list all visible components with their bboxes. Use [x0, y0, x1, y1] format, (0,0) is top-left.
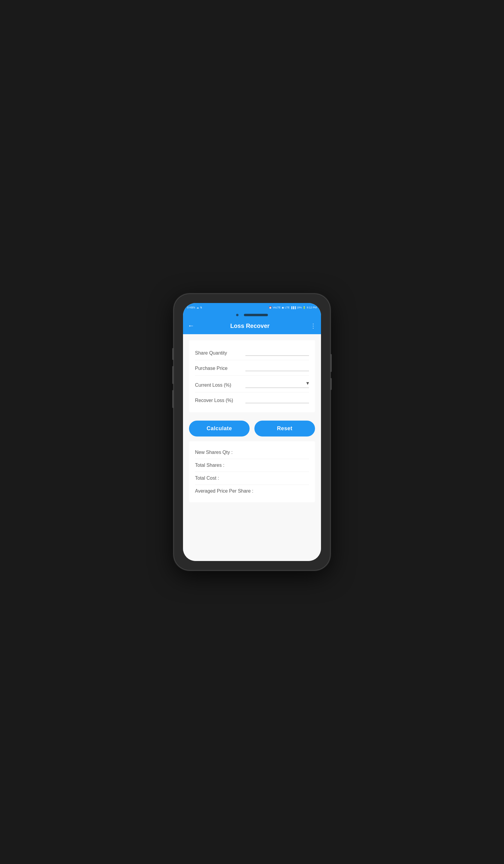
time-display: 9:12 PM — [307, 306, 317, 309]
avg-price-label: Averaged Price Per Share : — [195, 488, 253, 493]
recover-loss-input-wrap — [245, 397, 309, 403]
share-quantity-row: Share Quantity — [195, 345, 309, 360]
battery-level: 19% — [296, 306, 302, 309]
new-shares-qty-label: New Shares Qty : — [195, 450, 232, 455]
alarm-icon: ⏰ — [269, 306, 272, 309]
calculate-button[interactable]: Calculate — [189, 421, 250, 436]
volte-label: VoLTE — [273, 306, 280, 309]
share-quantity-input-wrap — [245, 349, 309, 356]
notch-area — [183, 312, 321, 317]
volume-up-button — [172, 348, 174, 360]
power-button — [172, 390, 174, 408]
results-section: New Shares Qty : Total Shares : Total Co… — [189, 441, 315, 502]
status-bar: 0 KB/s ☁ ⇅ ⏰ VoLTE ▣ LTE ▐▐▐ 19% 🔋 9:12 … — [183, 303, 321, 312]
new-shares-qty-row: New Shares Qty : — [195, 446, 309, 459]
total-cost-row: Total Cost : — [195, 472, 309, 485]
recover-loss-row: Recover Loss (%) — [195, 392, 309, 407]
lte-label: LTE — [285, 306, 290, 309]
sim-icon: ▣ — [282, 306, 284, 309]
current-loss-row: Current Loss (%) ▾ — [195, 376, 309, 392]
app-bar: ← Loss Recover ⋮ — [183, 317, 321, 334]
form-section: Share Quantity Purchase Price Current Lo… — [189, 340, 315, 412]
back-button[interactable]: ← — [188, 323, 194, 329]
current-loss-label: Current Loss (%) — [195, 383, 243, 388]
earpiece-speaker — [244, 314, 268, 316]
current-loss-input-wrap: ▾ — [245, 380, 309, 388]
button-row: Calculate Reset — [189, 415, 315, 441]
status-left-icons: 0 KB/s ☁ ⇅ — [187, 306, 202, 309]
menu-button[interactable]: ⋮ — [310, 322, 316, 329]
network-speed: 0 KB/s — [187, 306, 195, 309]
share-quantity-label: Share Quantity — [195, 350, 243, 356]
purchase-price-input[interactable] — [245, 364, 309, 370]
purchase-price-label: Purchase Price — [195, 366, 243, 371]
current-loss-dropdown-icon[interactable]: ▾ — [306, 380, 309, 386]
status-right-icons: ⏰ VoLTE ▣ LTE ▐▐▐ 19% 🔋 9:12 PM — [269, 306, 317, 309]
total-shares-row: Total Shares : — [195, 459, 309, 472]
phone-screen: 0 KB/s ☁ ⇅ ⏰ VoLTE ▣ LTE ▐▐▐ 19% 🔋 9:12 … — [183, 303, 321, 561]
reset-button[interactable]: Reset — [254, 421, 315, 436]
purchase-price-input-wrap — [245, 364, 309, 371]
purchase-price-row: Purchase Price — [195, 360, 309, 376]
total-shares-label: Total Shares : — [195, 463, 224, 468]
recover-loss-input[interactable] — [245, 397, 309, 402]
total-cost-label: Total Cost : — [195, 476, 219, 481]
sync-icon: ⇅ — [200, 306, 202, 309]
recover-loss-label: Recover Loss (%) — [195, 398, 243, 403]
share-quantity-input[interactable] — [245, 349, 309, 354]
cloud-icon: ☁ — [196, 306, 199, 309]
front-camera — [236, 314, 239, 316]
current-loss-input[interactable] — [245, 381, 306, 386]
avg-price-row: Averaged Price Per Share : — [195, 485, 309, 497]
main-content: Share Quantity Purchase Price Current Lo… — [183, 334, 321, 561]
signal-bars: ▐▐▐ — [290, 306, 296, 309]
volume-down-button — [172, 366, 174, 384]
battery-icon: 🔋 — [303, 306, 306, 309]
phone-device: 0 KB/s ☁ ⇅ ⏰ VoLTE ▣ LTE ▐▐▐ 19% 🔋 9:12 … — [174, 294, 330, 570]
app-title: Loss Recover — [199, 323, 301, 329]
